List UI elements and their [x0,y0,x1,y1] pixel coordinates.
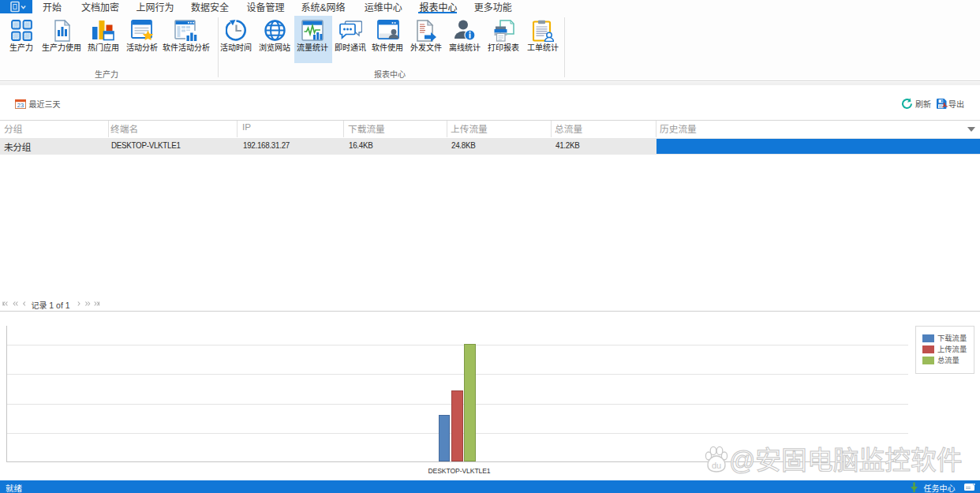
svg-text:23: 23 [17,102,24,109]
svg-text:du: du [712,461,721,470]
